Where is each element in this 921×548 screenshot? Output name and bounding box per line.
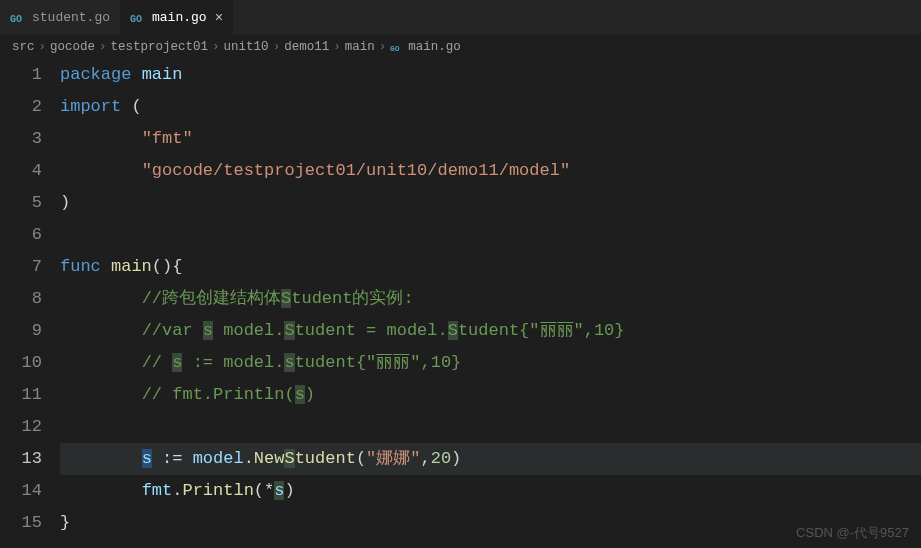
line-number: 10 [0,347,42,379]
chevron-right-icon: › [39,40,47,54]
code-line[interactable]: s := model.NewStudent("娜娜",20) [60,443,921,475]
go-file-icon: GO [390,40,404,54]
line-number: 9 [0,315,42,347]
breadcrumb-item[interactable]: src [12,40,35,54]
tab-student-go[interactable]: GO student.go [0,0,120,35]
svg-text:GO: GO [390,44,400,53]
line-number: 5 [0,187,42,219]
code-content[interactable]: package mainimport ( "fmt" "gocode/testp… [60,59,921,539]
go-file-icon: GO [130,10,146,26]
code-line[interactable]: "fmt" [60,123,921,155]
go-file-icon: GO [10,10,26,26]
line-number: 3 [0,123,42,155]
line-number: 15 [0,507,42,539]
code-line[interactable]: package main [60,59,921,91]
chevron-right-icon: › [212,40,220,54]
line-number: 11 [0,379,42,411]
code-line[interactable] [60,219,921,251]
tab-main-go[interactable]: GO main.go × [120,0,233,35]
code-line[interactable]: func main(){ [60,251,921,283]
breadcrumb-item[interactable]: demo11 [284,40,329,54]
chevron-right-icon: › [379,40,387,54]
line-number: 8 [0,283,42,315]
line-number: 1 [0,59,42,91]
line-number: 12 [0,411,42,443]
tab-bar: GO student.go GO main.go × [0,0,921,35]
line-gutter: 123456789101112131415 [0,59,60,539]
code-line[interactable]: // fmt.Println(s) [60,379,921,411]
tab-label: main.go [152,10,207,25]
code-line[interactable]: "gocode/testproject01/unit10/demo11/mode… [60,155,921,187]
code-line[interactable]: } [60,507,921,539]
svg-text:GO: GO [130,14,142,25]
breadcrumb: src › gocode › testproject01 › unit10 › … [0,35,921,59]
code-line[interactable]: //跨包创建结构体Student的实例: [60,283,921,315]
line-number: 14 [0,475,42,507]
code-line[interactable]: ) [60,187,921,219]
chevron-right-icon: › [333,40,341,54]
code-editor[interactable]: 123456789101112131415 package mainimport… [0,59,921,539]
line-number: 2 [0,91,42,123]
tab-label: student.go [32,10,110,25]
code-line[interactable]: fmt.Println(*s) [60,475,921,507]
line-number: 7 [0,251,42,283]
code-line[interactable] [60,411,921,443]
line-number: 13 [0,443,42,475]
close-icon[interactable]: × [215,10,223,26]
code-line[interactable]: // s := model.student{"丽丽",10} [60,347,921,379]
watermark: CSDN @-代号9527 [796,524,909,542]
code-line[interactable]: import ( [60,91,921,123]
chevron-right-icon: › [273,40,281,54]
code-line[interactable]: //var s model.Student = model.Student{"丽… [60,315,921,347]
breadcrumb-item[interactable]: unit10 [224,40,269,54]
breadcrumb-item[interactable]: testproject01 [111,40,209,54]
line-number: 4 [0,155,42,187]
chevron-right-icon: › [99,40,107,54]
line-number: 6 [0,219,42,251]
breadcrumb-item[interactable]: gocode [50,40,95,54]
breadcrumb-item[interactable]: main [345,40,375,54]
breadcrumb-item[interactable]: main.go [408,40,461,54]
svg-text:GO: GO [10,14,22,25]
